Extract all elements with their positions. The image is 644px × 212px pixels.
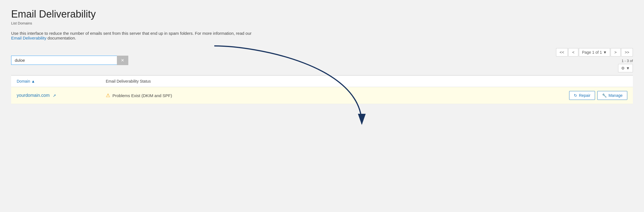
description-before: Use this interface to reduce the number …: [11, 31, 252, 36]
status-text: Problems Exist (DKIM and SPF): [112, 93, 172, 98]
wrench-icon: 🔧: [602, 93, 607, 98]
email-deliverability-link[interactable]: Email Deliverability: [11, 36, 46, 40]
page-title: Email Deliverability: [11, 8, 633, 20]
search-input[interactable]: [11, 56, 117, 65]
sort-asc-icon: ▲: [31, 79, 35, 83]
search-area: ✕: [11, 56, 128, 65]
chevron-down-icon: ▼: [626, 66, 630, 70]
toolbar: ✕ << < Page 1 of 1 ▼ > >> 1 - 3 of ⚙ ▼: [11, 48, 633, 72]
pagination-controls: << < Page 1 of 1 ▼ > >>: [556, 48, 633, 56]
domain-link[interactable]: yourdomain.com: [17, 93, 50, 98]
chevron-down-icon: ▼: [603, 50, 607, 55]
settings-button[interactable]: ⚙ ▼: [618, 64, 633, 72]
record-count: 1 - 3 of: [622, 59, 633, 63]
manage-label: Manage: [608, 93, 623, 98]
pagination-prev-button[interactable]: <: [568, 48, 578, 56]
table-row: yourdomain.com ➚ ⚠ Problems Exist (DKIM …: [11, 87, 633, 104]
domain-cell: yourdomain.com ➚: [17, 93, 106, 98]
pagination-page-label: Page 1 of 1: [582, 50, 602, 55]
pagination-page-selector[interactable]: Page 1 of 1 ▼: [579, 48, 610, 56]
description-text: Use this interface to reduce the number …: [11, 31, 262, 40]
col-status-header: Email Deliverability Status: [106, 79, 566, 83]
domain-sort-link[interactable]: Domain ▲: [17, 79, 106, 83]
col-domain-header: Domain ▲: [17, 79, 106, 83]
repair-icon: ↻: [574, 93, 577, 98]
pagination-last-button[interactable]: >>: [621, 48, 633, 56]
status-cell: ⚠ Problems Exist (DKIM and SPF): [106, 92, 566, 98]
pagination-next-button[interactable]: >: [611, 48, 621, 56]
gear-icon: ⚙: [621, 66, 625, 70]
description-after: documentation.: [46, 36, 76, 40]
manage-button[interactable]: 🔧 Manage: [597, 91, 627, 100]
external-link-icon[interactable]: ➚: [53, 93, 56, 98]
pagination-first-button[interactable]: <<: [556, 48, 568, 56]
search-clear-button[interactable]: ✕: [117, 56, 128, 65]
actions-cell: ↻ Repair 🔧 Manage: [566, 91, 627, 100]
domain-table: Domain ▲ Email Deliverability Status you…: [11, 75, 633, 104]
repair-button[interactable]: ↻ Repair: [569, 91, 595, 100]
right-section: << < Page 1 of 1 ▼ > >> 1 - 3 of ⚙ ▼: [556, 48, 633, 72]
repair-label: Repair: [579, 93, 590, 98]
warning-icon: ⚠: [106, 92, 110, 98]
table-header: Domain ▲ Email Deliverability Status: [11, 76, 633, 87]
breadcrumb: List Domains: [11, 21, 633, 25]
